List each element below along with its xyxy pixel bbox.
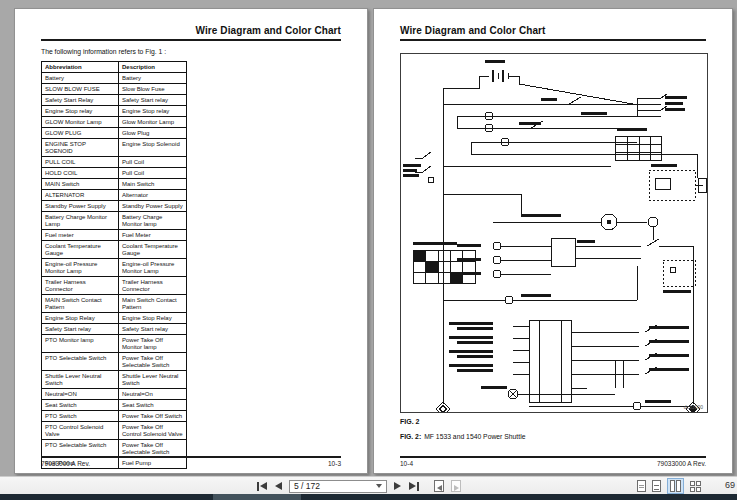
abbreviation-cell: ALTERNATOR xyxy=(42,190,119,201)
abbreviation-cell: PTO Switch xyxy=(42,411,119,422)
document-page-right: Wire Diagram and Color Chart xyxy=(373,8,733,474)
wiring-diagram: dc33000 xyxy=(401,54,707,412)
single-page-view-button[interactable] xyxy=(637,480,646,492)
table-row: SLOW BLOW FUSESlow Blow Fuse xyxy=(42,84,187,95)
description-cell: Slow Blow Fuse xyxy=(119,84,187,95)
table-row: Safety Start RelaySafety Start relay xyxy=(42,95,187,106)
description-cell: Power Take Off Selectable Switch xyxy=(119,353,187,371)
page-number-value: 5 / 172 xyxy=(294,481,373,491)
last-page-button[interactable] xyxy=(408,481,420,492)
abbreviation-table-body: BatteryBatterySLOW BLOW FUSESlow Blow Fu… xyxy=(42,73,187,469)
page-footer: 79033000 A Rev. 10-3 xyxy=(41,456,341,467)
chevron-down-icon xyxy=(376,484,382,488)
abbreviation-table: Abbreviation Description BatteryBatteryS… xyxy=(41,61,187,469)
description-cell: Pull Coil xyxy=(119,157,187,168)
figure-caption: FIG. 2:MF 1533 and 1540 Power Shuttle xyxy=(400,433,706,440)
description-cell: Safety Start relay xyxy=(119,324,187,335)
continuous-facing-view-icon xyxy=(690,481,695,492)
column-header-abbreviation: Abbreviation xyxy=(42,62,119,73)
figure-code: dc33000 xyxy=(684,404,703,410)
column-header-description: Description xyxy=(119,62,187,73)
description-cell: Glow Plug xyxy=(119,128,187,139)
table-row: MAIN Switch Contact PatternMain Switch C… xyxy=(42,295,187,313)
description-cell: Shuttle Lever Neutral Switch xyxy=(119,371,187,389)
description-cell: Pull Coil xyxy=(119,168,187,179)
previous-page-button[interactable] xyxy=(274,481,283,491)
description-cell: Main Switch xyxy=(119,179,187,190)
previous-view-button[interactable] xyxy=(434,480,444,492)
description-cell: Standby Power Supply xyxy=(119,201,187,212)
footer-page-number: 10-4 xyxy=(400,460,413,467)
abbreviation-cell: GLOW Monitor Lamp xyxy=(42,117,119,128)
page-number-input[interactable]: 5 / 172 xyxy=(289,480,387,493)
first-page-button[interactable] xyxy=(256,481,268,492)
description-cell: Fuel Meter xyxy=(119,230,187,241)
first-page-icon xyxy=(257,482,259,491)
abbreviation-cell: Engine Stop relay xyxy=(42,106,119,117)
window-bottom-bar xyxy=(0,494,737,500)
table-row: Standby Power SupplyStandby Power Supply xyxy=(42,201,187,212)
abbreviation-cell: PTO Selectable Switch xyxy=(42,440,119,458)
abbreviation-cell: PTO Selectable Switch xyxy=(42,353,119,371)
abbreviation-cell: Trailer Harness Connector xyxy=(42,277,119,295)
abbreviation-cell: Battery xyxy=(42,73,119,84)
abbreviation-cell: Neutral=ON xyxy=(42,389,119,400)
pdf-viewer: Wire Diagram and Color Chart The followi… xyxy=(0,0,737,500)
description-cell: Main Switch Contact Pattern xyxy=(119,295,187,313)
footer-page-number: 10-3 xyxy=(328,460,341,467)
abbreviation-cell: PULL COIL xyxy=(42,157,119,168)
abbreviation-cell: ENGINE STOP SOENOID xyxy=(42,139,119,157)
abbreviation-cell: Safety Start relay xyxy=(42,324,119,335)
document-page-left: Wire Diagram and Color Chart The followi… xyxy=(14,8,368,474)
description-cell: Engine Stop relay xyxy=(119,106,187,117)
description-cell: Trailer Harness Connector xyxy=(119,277,187,295)
abbreviation-cell: HOLD COIL xyxy=(42,168,119,179)
description-cell: Power Take Off Control Solenoid Valve xyxy=(119,422,187,440)
page-layout-buttons xyxy=(637,478,701,494)
description-cell: Battery xyxy=(119,73,187,84)
last-page-icon xyxy=(409,482,416,490)
previous-page-icon xyxy=(275,482,282,490)
facing-view-icon xyxy=(670,480,675,492)
abbreviation-cell: PTO Monitor lamp xyxy=(42,335,119,353)
abbreviation-cell: Fuel meter xyxy=(42,230,119,241)
zoom-level-text: 69 xyxy=(725,480,735,490)
table-row: PTO Monitor lampPower Take Off Monitor l… xyxy=(42,335,187,353)
facing-view-button[interactable] xyxy=(667,478,684,494)
abbreviation-cell: GLOW PLUG xyxy=(42,128,119,139)
description-cell: Glow Monitor Lamp xyxy=(119,117,187,128)
table-row: ENGINE STOP SOENOIDEngine Stop Solenoid xyxy=(42,139,187,157)
table-row: Neutral=ONNeutral=On xyxy=(42,389,187,400)
figure-caption-text: MF 1533 and 1540 Power Shuttle xyxy=(424,433,525,440)
footer-doc-number: 79033000 A Rev. xyxy=(657,460,706,467)
figure-caption-prefix: FIG. 2: xyxy=(400,433,421,440)
description-cell: Power Take Off Switch xyxy=(119,411,187,422)
description-cell: Power Take Off Selectable Switch xyxy=(119,440,187,458)
intro-text: The following information refers to Fig.… xyxy=(41,48,341,55)
table-row: Fuel meterFuel Meter xyxy=(42,230,187,241)
table-row: HOLD COILPull Coil xyxy=(42,168,187,179)
continuous-view-button[interactable] xyxy=(652,480,661,492)
abbreviation-cell: Battery Charge Monitor Lamp xyxy=(42,212,119,230)
table-header-row: Abbreviation Description xyxy=(42,62,187,73)
continuous-facing-view-button[interactable] xyxy=(690,481,701,492)
table-row: Coolant Temperature GaugeCoolant Tempera… xyxy=(42,241,187,259)
table-row: Safety Start relaySafety Start relay xyxy=(42,324,187,335)
table-row: MAIN SwitchMain Switch xyxy=(42,179,187,190)
table-row: Engine-oil Pressure Monitor LampEngine-o… xyxy=(42,259,187,277)
abbreviation-cell: Coolant Temperature Gauge xyxy=(42,241,119,259)
table-row: GLOW Monitor LampGlow Monitor Lamp xyxy=(42,117,187,128)
abbreviation-cell: Seat Switch xyxy=(42,400,119,411)
footer-rule xyxy=(400,456,706,458)
next-view-button[interactable] xyxy=(451,480,461,492)
table-row: PULL COILPull Coil xyxy=(42,157,187,168)
abbreviation-cell: Engine Stop Relay xyxy=(42,313,119,324)
description-cell: Coolant Temperature Gauge xyxy=(119,241,187,259)
next-page-button[interactable] xyxy=(393,481,402,491)
abbreviation-cell: MAIN Switch Contact Pattern xyxy=(42,295,119,313)
abbreviation-cell: SLOW BLOW FUSE xyxy=(42,84,119,95)
table-row: PTO Control Solenoid ValvePower Take Off… xyxy=(42,422,187,440)
horizontal-scrollbar-thumb[interactable] xyxy=(213,494,301,500)
single-page-view-icon xyxy=(639,485,644,486)
next-page-icon xyxy=(394,482,401,490)
